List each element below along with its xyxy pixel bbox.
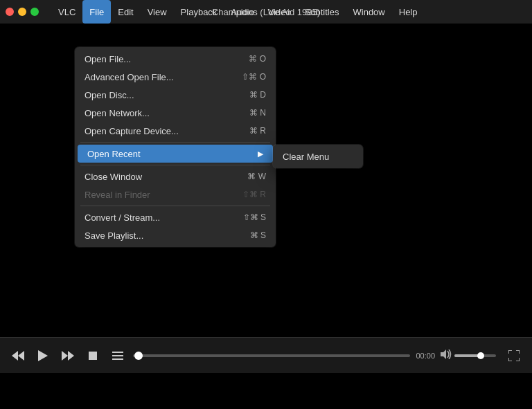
menu-open-disc[interactable]: Open Disc... ⌘ D (75, 86, 276, 104)
menu-open-file[interactable]: Open File... ⌘ O (75, 50, 276, 68)
menu-bar-item-help[interactable]: Help (392, 0, 425, 24)
svg-rect-6 (112, 352, 123, 353)
menu-advanced-open-file[interactable]: Advanced Open File... ⇧⌘ O (75, 68, 276, 86)
volume-thumb[interactable] (477, 352, 484, 359)
volume-area (441, 349, 496, 361)
menu-save-playlist[interactable]: Save Playlist... ⌘ S (75, 226, 276, 244)
menu-bar: VLC File Edit View Playback Audio Video … (51, 0, 425, 24)
svg-marker-3 (62, 351, 68, 361)
menu-bar-item-view[interactable]: View (141, 0, 174, 24)
progress-thumb[interactable] (134, 352, 143, 360)
svg-marker-1 (18, 351, 24, 361)
play-button[interactable] (33, 346, 53, 365)
menu-separator-2 (80, 165, 270, 165)
svg-marker-0 (12, 351, 18, 361)
volume-fill (454, 354, 479, 357)
menu-bar-item-playback[interactable]: Playback (174, 0, 224, 24)
svg-rect-8 (112, 358, 123, 360)
menu-bar-item-audio[interactable]: Audio (224, 0, 260, 24)
menu-open-capture-device[interactable]: Open Capture Device... ⌘ R (75, 122, 276, 140)
minimize-button[interactable] (18, 8, 26, 16)
menu-close-window[interactable]: Close Window ⌘ W (75, 167, 276, 185)
controls-bar: 00:00 (0, 337, 532, 373)
submenu-arrow-icon: ▶ (258, 149, 263, 158)
file-dropdown-menu: Open File... ⌘ O Advanced Open File... ⇧… (75, 47, 276, 247)
maximize-button[interactable] (30, 8, 39, 16)
menu-bar-item-window[interactable]: Window (346, 0, 392, 24)
volume-icon (441, 349, 452, 361)
menu-open-recent[interactable]: Open Recent ▶ Clear Menu (78, 145, 273, 163)
svg-marker-4 (68, 351, 74, 361)
menu-bar-item-edit[interactable]: Edit (111, 0, 140, 24)
menubar: VLC File Edit View Playback Audio Video … (0, 0, 532, 24)
menu-reveal-in-finder: Reveal in Finder ⇧⌘ R (75, 185, 276, 203)
svg-rect-5 (89, 352, 97, 360)
menu-bar-item-file[interactable]: File (82, 0, 111, 24)
svg-marker-2 (38, 350, 48, 361)
menu-open-network[interactable]: Open Network... ⌘ N (75, 104, 276, 122)
stop-button[interactable] (83, 346, 103, 365)
fast-forward-button[interactable] (58, 346, 78, 365)
svg-rect-7 (112, 355, 123, 356)
open-recent-submenu: Clear Menu (273, 145, 363, 168)
submenu-clear-menu[interactable]: Clear Menu (273, 147, 363, 165)
menu-bar-item-video[interactable]: Video (261, 0, 298, 24)
menu-convert-stream[interactable]: Convert / Stream... ⇧⌘ S (75, 208, 276, 226)
menu-bar-item-vlc[interactable]: VLC (51, 0, 82, 24)
playlist-button[interactable] (108, 346, 127, 365)
svg-marker-9 (441, 349, 446, 359)
menu-separator-1 (80, 142, 270, 143)
progress-track[interactable] (133, 354, 410, 357)
rewind-button[interactable] (8, 346, 28, 365)
fullscreen-button[interactable] (504, 346, 524, 365)
video-area: Open File... ⌘ O Advanced Open File... ⇧… (0, 24, 532, 373)
volume-track[interactable] (454, 354, 496, 357)
close-button[interactable] (6, 8, 14, 16)
time-display: 00:00 (416, 352, 435, 360)
menu-separator-3 (80, 206, 270, 206)
traffic-lights (6, 8, 39, 16)
menu-bar-item-subtitles[interactable]: Subtitles (298, 0, 346, 24)
